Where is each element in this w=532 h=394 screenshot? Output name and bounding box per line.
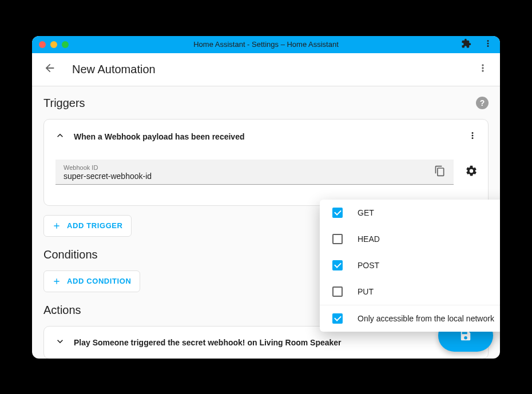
- webhook-id-value: super-secret-webhook-id: [63, 172, 434, 181]
- menu-item-local-only[interactable]: Only accessible from the local network: [320, 305, 500, 332]
- add-condition-button[interactable]: ADD CONDITION: [43, 270, 140, 292]
- app-header: New Automation: [32, 53, 500, 86]
- webhook-id-field[interactable]: Webhook ID super-secret-webhook-id: [55, 160, 454, 185]
- chevron-down-icon: [54, 336, 66, 349]
- webhook-id-label: Webhook ID: [63, 164, 434, 171]
- menu-item-label: HEAD: [358, 234, 380, 244]
- page-title: New Automation: [72, 63, 156, 76]
- overflow-menu-icon[interactable]: [477, 62, 489, 76]
- checkbox-get[interactable]: [332, 208, 343, 218]
- menu-item-label: POST: [358, 261, 379, 270]
- minimize-window-button[interactable]: [50, 41, 57, 48]
- help-icon[interactable]: ?: [476, 97, 489, 109]
- back-button[interactable]: [43, 62, 56, 77]
- window-title: Home Assistant - Settings – Home Assista…: [39, 40, 493, 49]
- extension-icon[interactable]: [461, 38, 471, 51]
- trigger-summary: When a Webhook payload has been received: [74, 132, 459, 141]
- gear-icon[interactable]: [465, 165, 478, 180]
- conditions-heading: Conditions: [43, 248, 98, 261]
- browser-menu-icon[interactable]: [483, 38, 493, 51]
- copy-icon[interactable]: [434, 165, 446, 179]
- menu-item-post[interactable]: POST: [320, 252, 500, 278]
- checkbox-local-only[interactable]: [332, 313, 343, 324]
- trigger-card: When a Webhook payload has been received…: [43, 119, 489, 206]
- checkbox-put[interactable]: [332, 286, 343, 297]
- chevron-up-icon: [54, 130, 66, 144]
- menu-item-label: Only accessible from the local network: [358, 314, 494, 323]
- add-condition-label: ADD CONDITION: [67, 277, 132, 285]
- menu-item-head[interactable]: HEAD: [320, 226, 500, 252]
- trigger-card-header[interactable]: When a Webhook payload has been received: [54, 130, 478, 144]
- menu-item-label: PUT: [358, 287, 374, 296]
- app-window: Home Assistant - Settings – Home Assista…: [32, 36, 500, 359]
- checkbox-head[interactable]: [332, 234, 343, 244]
- menu-item-get[interactable]: GET: [320, 200, 500, 226]
- close-window-button[interactable]: [39, 41, 46, 48]
- actions-heading: Actions: [43, 304, 81, 317]
- menu-item-label: GET: [358, 208, 374, 217]
- titlebar: Home Assistant - Settings – Home Assista…: [32, 36, 500, 53]
- webhook-settings-menu: GETHEADPOSTPUTOnly accessible from the l…: [320, 200, 500, 332]
- action-summary: Play Someone triggered the secret webhoo…: [74, 338, 478, 347]
- menu-item-put[interactable]: PUT: [320, 278, 500, 305]
- triggers-section-header: Triggers ?: [43, 97, 489, 110]
- maximize-window-button[interactable]: [62, 41, 69, 48]
- checkbox-post[interactable]: [332, 260, 343, 270]
- traffic-lights: [39, 41, 69, 48]
- triggers-heading: Triggers: [43, 97, 85, 110]
- add-trigger-label: ADD TRIGGER: [67, 221, 123, 230]
- add-trigger-button[interactable]: ADD TRIGGER: [43, 215, 132, 237]
- trigger-overflow-icon[interactable]: [467, 130, 478, 143]
